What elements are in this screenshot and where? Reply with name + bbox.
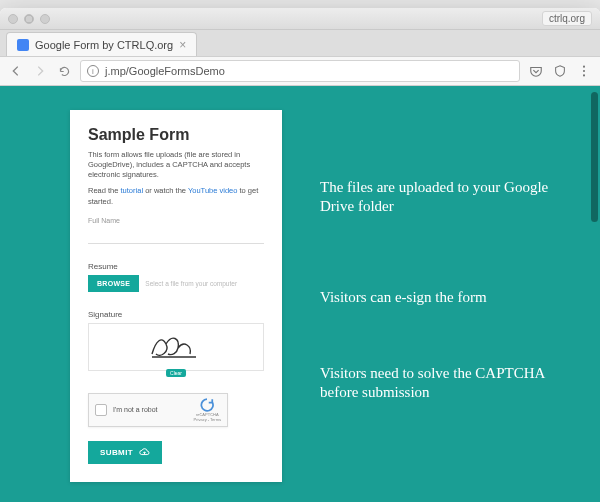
url-text: j.mp/GoogleFormsDemo [105,65,225,77]
annotation-column: The files are uploaded to your Google Dr… [320,136,582,402]
tab-title: Google Form by CTRLQ.org [35,39,173,51]
browser-tab[interactable]: Google Form by CTRLQ.org × [6,32,197,56]
recaptcha-widget[interactable]: I'm not a robot reCAPTCHA Privacy - Term… [88,393,228,427]
fullname-input[interactable] [88,228,264,244]
reload-button[interactable] [56,63,72,79]
svg-point-0 [583,66,585,68]
vertical-scrollbar[interactable] [591,92,598,222]
window-close-icon[interactable] [8,14,18,24]
favicon-icon [17,39,29,51]
annotation-captcha: Visitors need to solve the CAPTCHA befor… [320,364,550,402]
recaptcha-terms: Privacy - Terms [194,417,221,422]
fullname-label: Full Name [88,217,264,224]
signature-clear-button[interactable]: Clear [166,369,186,377]
tutorial-link[interactable]: tutorial [121,186,144,195]
recaptcha-logo-icon: reCAPTCHA Privacy - Terms [194,398,221,422]
tab-close-icon[interactable]: × [179,39,186,51]
recaptcha-label: I'm not a robot [113,406,158,413]
form-description: This form allows file uploads (file are … [88,150,264,180]
submit-button[interactable]: SUBMIT [88,441,162,464]
window-titlebar: ctrlq.org [0,8,600,30]
signature-drawing-icon [146,330,206,364]
extension-pocket-icon[interactable] [528,63,544,79]
annotation-upload: The files are uploaded to your Google Dr… [320,178,550,216]
file-upload-row: BROWSE Select a file from your computer [88,275,264,292]
form-card: Sample Form This form allows file upload… [70,110,282,482]
svg-point-2 [583,74,585,76]
window-minimize-icon[interactable] [24,14,34,24]
svg-point-1 [583,70,585,72]
file-placeholder: Select a file from your computer [145,280,237,287]
signature-pad[interactable]: Clear [88,323,264,371]
resume-label: Resume [88,262,264,271]
annotation-esign: Visitors can e-sign the form [320,288,550,307]
back-button[interactable] [8,63,24,79]
form-title: Sample Form [88,126,264,144]
tab-strip: Google Form by CTRLQ.org × [0,30,600,56]
site-id-pill: ctrlq.org [542,11,592,26]
browser-window: ctrlq.org Google Form by CTRLQ.org × i j… [0,8,600,502]
extension-shield-icon[interactable] [552,63,568,79]
submit-label: SUBMIT [100,448,133,457]
page-viewport: Sample Form This form allows file upload… [0,86,600,502]
recaptcha-checkbox[interactable] [95,404,107,416]
window-zoom-icon[interactable] [40,14,50,24]
menu-icon[interactable] [576,63,592,79]
form-description-links: Read the tutorial or watch the YouTube v… [88,186,264,206]
browser-toolbar: i j.mp/GoogleFormsDemo [0,56,600,86]
youtube-link[interactable]: YouTube video [188,186,238,195]
desc-text: Read the [88,186,121,195]
desc-text: or watch the [143,186,188,195]
signature-label: Signature [88,310,264,319]
address-bar[interactable]: i j.mp/GoogleFormsDemo [80,60,520,82]
browse-button[interactable]: BROWSE [88,275,139,292]
forward-button[interactable] [32,63,48,79]
site-info-icon[interactable]: i [87,65,99,77]
cloud-upload-icon [139,447,150,458]
